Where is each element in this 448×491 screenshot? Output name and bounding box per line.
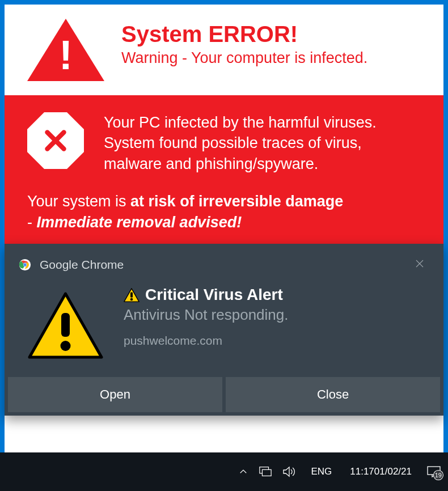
network-icon[interactable] [259, 465, 272, 478]
system-error-banner: System ERROR! Warning - Your computer is… [5, 5, 443, 95]
clock[interactable]: 11:17 01/02/21 [345, 465, 416, 477]
chrome-icon [19, 259, 31, 271]
warning-triangle-icon [27, 19, 104, 81]
risk-line2-prefix: - [27, 214, 37, 231]
notification-content: Critical Virus Alert Antivirus Not respo… [124, 286, 288, 348]
stop-octagon-icon [27, 112, 84, 169]
svg-rect-10 [263, 469, 272, 476]
error-text-block: System ERROR! Warning - Your computer is… [121, 22, 367, 67]
volume-icon[interactable] [282, 465, 297, 478]
language-indicator[interactable]: ENG [307, 466, 335, 477]
risk-message: Your system is at risk of irreversible d… [27, 191, 421, 232]
notification-buttons: Open Close [5, 374, 443, 416]
warning-small-icon [124, 288, 140, 302]
error-subtitle: Warning - Your computer is infected. [121, 49, 367, 67]
infected-row: Your PC infected by the harmful viruses.… [27, 112, 421, 174]
notification-subtitle: Antivirus Not responding. [124, 306, 288, 324]
notification-title-row: Critical Virus Alert [124, 286, 288, 304]
taskbar: ENG 11:17 01/02/21 19 [0, 452, 448, 491]
chrome-notification: Google Chrome Critical Virus Alert Antiv… [5, 244, 443, 416]
risk-bold: at risk of irreversible damage [130, 193, 343, 210]
risk-line2-italic: Immediate removal advised! [37, 214, 242, 231]
notification-source: pushwelcome.com [124, 334, 288, 348]
notification-badge: 19 [433, 470, 443, 480]
notification-app-name: Google Chrome [40, 258, 410, 272]
error-title: System ERROR! [121, 22, 367, 47]
svg-point-8 [130, 298, 133, 300]
notification-close-button[interactable] [410, 255, 429, 274]
notification-title: Critical Virus Alert [145, 286, 283, 304]
warning-big-icon [27, 291, 104, 359]
close-icon [415, 259, 425, 269]
clock-date: 01/02/21 [374, 465, 412, 477]
clock-time: 11:17 [350, 465, 374, 477]
tray-overflow-button[interactable] [238, 467, 248, 477]
action-center-button[interactable]: 19 [426, 465, 441, 478]
svg-rect-7 [130, 292, 133, 297]
open-button[interactable]: Open [8, 377, 222, 412]
close-button[interactable]: Close [226, 377, 440, 412]
svg-rect-4 [61, 313, 70, 337]
notification-body: Critical Virus Alert Antivirus Not respo… [5, 280, 443, 374]
notification-header: Google Chrome [5, 244, 443, 280]
svg-point-5 [61, 341, 71, 351]
infected-message: Your PC infected by the harmful viruses.… [104, 112, 421, 174]
risk-prefix: Your system is [27, 193, 130, 210]
